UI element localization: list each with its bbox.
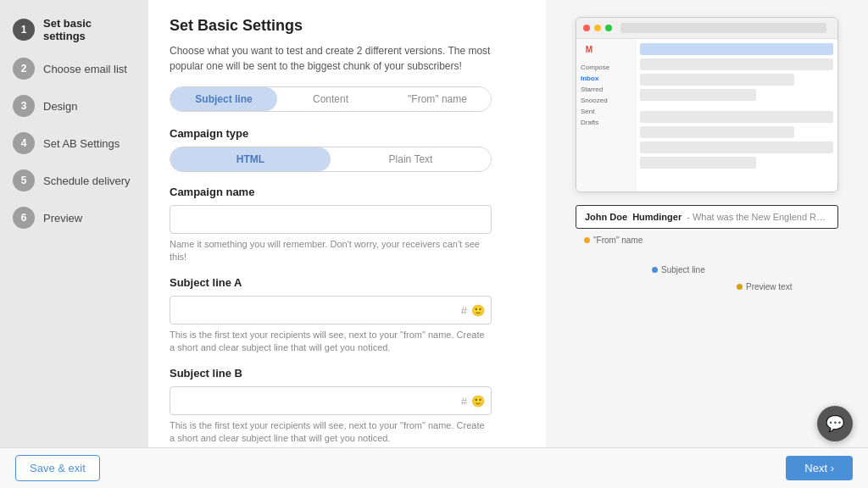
step-circle-3: 3 [13, 95, 35, 117]
mockup-folder-drafts: Drafts [581, 117, 631, 128]
step-circle-4: 4 [13, 132, 35, 154]
sidebar-item-choose-email[interactable]: 2 Choose email list [13, 58, 136, 80]
mockup-main-content [636, 39, 837, 191]
campaign-type-bar: HTML Plain Text [170, 147, 492, 172]
preview-text-label-group: Preview text [737, 282, 792, 291]
subject-line-dot [652, 267, 658, 273]
step-circle-2: 2 [13, 58, 35, 80]
mockup-row-8 [640, 157, 756, 169]
preview-text-label-preview: Preview text [746, 282, 792, 291]
subject-b-input[interactable] [170, 386, 492, 415]
preview-snippet: - What was the New Englend Ratnots... [687, 212, 829, 222]
emoji-icon[interactable]: 🙂 [471, 303, 485, 316]
gmail-logo: M [581, 43, 598, 55]
hash-icon-b[interactable]: # [461, 394, 467, 407]
page-title: Set Basic Settings [170, 17, 525, 35]
sidebar-item-ab-settings[interactable]: 4 Set AB Settings [13, 132, 136, 154]
subject-a-input[interactable] [170, 296, 492, 324]
step-circle-5: 5 [13, 169, 35, 191]
subject-line-label: Subject line [661, 265, 705, 274]
next-button[interactable]: Next › [786, 456, 853, 480]
sidebar-item-design[interactable]: 3 Design [13, 95, 136, 117]
dot-green [605, 25, 612, 31]
ab-test-tabs: Subject line Content "From" name [170, 86, 492, 112]
bottom-bar: Save & exit Next › [0, 447, 868, 488]
content-area: Set Basic Settings Choose what you want … [148, 0, 868, 447]
mockup-row-7 [640, 141, 833, 153]
chat-icon: 💬 [826, 414, 844, 433]
sidebar-label-5: Schedule delivery [43, 175, 131, 187]
subject-line-label-group: Subject line [652, 265, 705, 274]
sidebar-item-schedule[interactable]: 5 Schedule delivery [13, 169, 136, 191]
mockup-sidebar: M Compose Inbox Starred Snoozed Sent Dra… [576, 39, 636, 191]
sidebar-label-2: Choose email list [43, 63, 127, 75]
tab-from-name[interactable]: "From" name [384, 87, 491, 111]
dot-red [583, 25, 590, 31]
step-circle-6: 6 [13, 207, 35, 229]
campaign-name-group: Campaign name Name it something you will… [170, 186, 525, 264]
mockup-folder-inbox: Inbox [581, 73, 631, 84]
campaign-name-wrapper [170, 205, 492, 234]
campaign-name-input[interactable] [170, 205, 492, 234]
email-client-mockup: M Compose Inbox Starred Snoozed Sent Dra… [576, 17, 838, 192]
subject-a-group: Subject line A # 🙂 This is the first tex… [170, 276, 525, 355]
chat-button[interactable]: 💬 [817, 406, 853, 441]
subject-b-group: Subject line B # 🙂 This is the first tex… [170, 367, 525, 446]
subject-b-label: Subject line B [170, 367, 525, 380]
mockup-row-6 [640, 126, 794, 138]
campaign-type-label: Campaign type [170, 127, 525, 140]
save-exit-button[interactable]: Save & exit [15, 455, 100, 481]
subject-b-wrapper: # 🙂 [170, 386, 492, 415]
mockup-header [576, 18, 837, 39]
subject-a-icons: # 🙂 [461, 303, 485, 316]
form-section: Set Basic Settings Choose what you want … [148, 0, 546, 447]
campaign-name-label: Campaign name [170, 186, 525, 198]
mockup-folder-starred: Starred [581, 84, 631, 95]
mockup-row-2 [640, 58, 833, 70]
sidebar-item-basic-settings[interactable]: 1 Set basic settings [13, 17, 136, 42]
sidebar: 1 Set basic settings 2 Choose email list… [0, 0, 148, 447]
sidebar-label-3: Design [43, 100, 77, 113]
mockup-folder-compose: Compose [581, 62, 631, 73]
subject-a-hint: This is the first text your recipients w… [170, 329, 492, 355]
mockup-folder-snoozed: Snoozed [581, 95, 631, 106]
sidebar-label-6: Preview [43, 212, 82, 225]
preview-text-dot [737, 284, 743, 290]
dot-yellow [594, 25, 601, 31]
from-name-label: "From" name [593, 236, 643, 245]
mockup-title-bar [620, 23, 826, 33]
tab-content[interactable]: Content [277, 87, 384, 111]
campaign-type-html[interactable]: HTML [170, 147, 331, 171]
step-circle-1: 1 [13, 19, 35, 41]
subject-a-label: Subject line A [170, 276, 525, 289]
campaign-type-group: Campaign type HTML Plain Text [170, 127, 525, 172]
mockup-row-4 [640, 89, 756, 101]
hash-icon[interactable]: # [461, 303, 467, 316]
email-preview-container: John Doe Humdinger - What was the New En… [576, 205, 838, 299]
campaign-type-plain[interactable]: Plain Text [331, 147, 491, 171]
label-area: "From" name Subject line Preview text [576, 236, 838, 299]
preview-panel: M Compose Inbox Starred Snoozed Sent Dra… [546, 0, 868, 447]
mockup-row-5 [640, 111, 833, 123]
emoji-icon-b[interactable]: 🙂 [471, 394, 485, 407]
email-preview-row: John Doe Humdinger - What was the New En… [576, 205, 838, 229]
intro-text: Choose what you want to test and create … [170, 43, 492, 74]
campaign-name-hint: Name it something you will remember. Don… [170, 238, 492, 264]
subject-a-wrapper: # 🙂 [170, 296, 492, 324]
subject-b-icons: # 🙂 [461, 394, 485, 407]
sidebar-item-preview[interactable]: 6 Preview [13, 207, 136, 229]
mockup-folder-sent: Sent [581, 106, 631, 117]
mockup-row-1 [640, 43, 833, 55]
preview-subject: Humdinger [632, 212, 682, 222]
subject-b-hint: This is the first text your recipients w… [170, 419, 492, 446]
from-name-dot [584, 237, 590, 243]
mockup-body: M Compose Inbox Starred Snoozed Sent Dra… [576, 39, 837, 191]
preview-sender: John Doe [585, 212, 627, 222]
from-name-label-group: "From" name [584, 236, 643, 245]
sidebar-label-4: Set AB Settings [43, 137, 120, 150]
mockup-row-3 [640, 74, 794, 86]
sidebar-label-1: Set basic settings [43, 17, 136, 42]
tab-subject-line[interactable]: Subject line [170, 87, 277, 111]
